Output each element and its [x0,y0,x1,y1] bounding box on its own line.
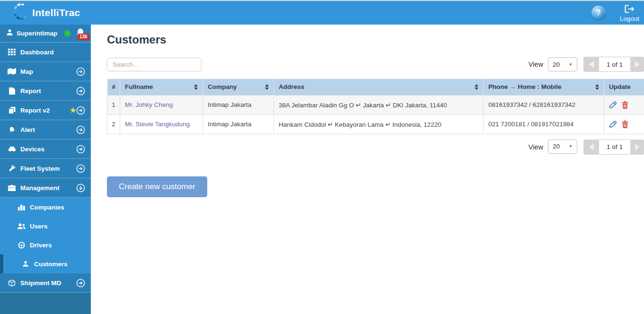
username: Superintimap [17,30,64,37]
wrench-icon [6,165,18,172]
address-cell: 38A Jelambar Aladin Gg O ↵ Jakarta ↵ DKI… [274,95,484,114]
sidebar: Superintimap 136 Dashboard Map Report [0,25,91,314]
create-new-customer-button[interactable]: Create new customer [107,176,207,197]
arrow-circle-right-icon [76,87,85,96]
arrow-circle-right-icon [76,279,85,288]
next-page-button[interactable] [630,140,644,155]
briefcase-icon [6,184,18,191]
page-indicator: 1 of 1 [599,57,630,72]
arrow-circle-right-icon [76,106,85,115]
customer-name-link[interactable]: Mr. Stevie Tangkudung [125,121,190,128]
page-title: Customers [107,33,644,46]
management-submenu: Companies Users Drivers Customers [0,198,91,273]
top-bar: IntelliTrac ? Logout [0,1,644,25]
arrow-circle-right-icon [76,145,85,154]
sidebar-item-devices[interactable]: Devices [0,140,91,159]
edit-pencil-icon [609,121,618,128]
sort-icon[interactable] [194,84,198,90]
users-icon [16,223,27,229]
sidebar-item-companies[interactable]: Companies [0,198,91,217]
address-cell: Hankam Cidodol ↵ Kebayoran Lama ↵ Indone… [274,114,484,134]
header-fullname[interactable]: Fullname [120,79,203,95]
next-arrow-icon [635,144,640,150]
edit-pencil-icon [609,101,618,108]
sidebar-item-fleet-system[interactable]: Fleet System [0,159,91,178]
table-header-row: # Fullname Company Address Phone → Home … [107,79,644,95]
customer-name-link[interactable]: Mr. Johky Cheng [125,101,173,108]
search-input[interactable] [107,58,202,71]
table-toolbar-top: View 20 ▼ 1 of 1 [107,57,644,72]
header-number: # [107,79,120,95]
edit-button[interactable] [609,101,618,108]
company-cell: Intimap Jakarta [203,95,274,114]
sidebar-item-users[interactable]: Users [0,217,91,236]
sort-icon[interactable] [595,84,599,90]
header-company[interactable]: Company [203,79,274,95]
logout-icon [625,5,635,15]
online-status-dot [64,30,71,36]
delete-button[interactable] [622,121,628,128]
sidebar-item-drivers[interactable]: Drivers [0,236,91,254]
shipment-box-icon [6,279,18,287]
view-label: View [529,61,543,68]
sidebar-item-report-v2[interactable]: Report v2 ★ [0,101,91,120]
page-size-select[interactable]: 20 ▼ [548,57,577,71]
next-arrow-icon [635,61,640,68]
customers-table: # Fullname Company Address Phone → Home … [107,79,644,134]
customer-person-icon [20,261,31,267]
logout-label: Logout [620,15,639,23]
app-logo[interactable]: IntelliTrac [12,2,80,23]
header-phone[interactable]: Phone → Home : Mobile [484,79,604,95]
sidebar-item-shipment-md[interactable]: Shipment MD [0,273,91,293]
table-row: 1 Mr. Johky Cheng Intimap Jakarta 38A Je… [107,95,644,114]
notifications-bell[interactable]: 136 [76,28,86,39]
dashboard-icon [6,49,18,55]
view-label: View [529,140,543,155]
help-icon[interactable]: ? [591,6,606,20]
star-icon: ★ [70,106,76,114]
map-icon [6,68,18,75]
trash-icon [622,121,628,128]
sidebar-item-management[interactable]: Management [0,178,91,198]
sidebar-item-dashboard[interactable]: Dashboard [0,43,91,62]
sidebar-footer [0,293,91,314]
trash-icon [622,101,628,109]
arrow-circle-right-icon [76,67,85,76]
phone-cell: 021 7200181 / 081917021984 [484,114,604,134]
company-cell: Intimap Jakarta [203,114,274,134]
user-icon [6,29,13,38]
row-number: 2 [107,114,120,134]
prev-page-button[interactable] [583,57,599,72]
notification-badge: 136 [78,34,89,40]
logout-button[interactable]: Logout [620,5,639,23]
delete-button[interactable] [622,101,628,109]
table-row: 2 Mr. Stevie Tangkudung Intimap Jakarta … [107,114,644,134]
sidebar-user[interactable]: Superintimap 136 [0,25,91,43]
next-page-button[interactable] [630,57,644,72]
logo-dots-icon [12,2,29,23]
page-indicator: 1 of 1 [599,140,630,155]
report-file-icon [6,87,18,95]
sort-icon[interactable] [475,84,478,90]
header-update: Update [604,79,644,95]
sidebar-item-report[interactable]: Report [0,81,91,101]
buildings-icon [16,204,27,210]
report-v2-copy-icon [6,107,18,114]
header-address[interactable]: Address [274,79,484,95]
sidebar-item-customers[interactable]: Customers [0,254,91,273]
arrow-circle-right-icon [76,164,85,173]
sort-icon[interactable] [265,84,269,90]
edit-button[interactable] [609,121,618,128]
chevron-down-icon: ▼ [569,62,573,67]
chevron-down-icon: ▼ [569,144,573,148]
page-size-select[interactable]: 20 ▼ [548,140,577,154]
steering-wheel-icon [16,242,27,249]
sidebar-item-alert[interactable]: Alert [0,120,91,140]
prev-page-button[interactable] [583,140,599,155]
phone-cell: 08161937342 / 628161937342 [484,95,604,114]
prev-arrow-icon [589,61,594,68]
pagination-top: 1 of 1 [583,57,644,72]
sidebar-item-map[interactable]: Map [0,62,91,81]
alert-bell-icon [6,126,18,133]
arrow-circle-right-icon [76,125,85,134]
